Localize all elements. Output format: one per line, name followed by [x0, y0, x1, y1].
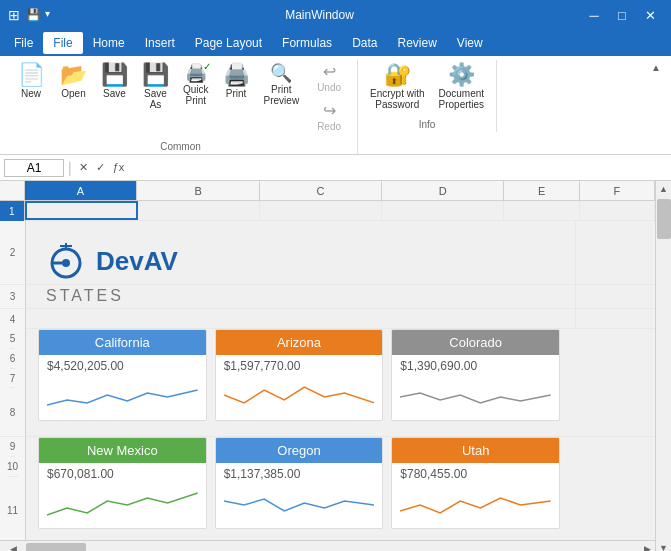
states-heading: STATES: [46, 287, 124, 304]
column-headers: A B C D E F: [0, 181, 655, 201]
menu-extra[interactable]: View: [447, 32, 493, 54]
card-value-colorado: $1,390,690.00: [400, 359, 551, 373]
print-button[interactable]: 🖨️ Print: [217, 60, 256, 103]
encrypt-button[interactable]: 🔐 Encrypt withPassword: [364, 60, 430, 114]
cards-row-1: California $4,520,205.00 Arizona: [26, 329, 572, 436]
menu-view[interactable]: Review: [387, 32, 446, 54]
card-name-newmexico: New Mexico: [39, 438, 206, 463]
sheet-container: A B C D E F 1 2: [0, 181, 655, 551]
chart-oregon: [224, 483, 375, 523]
table-row: 3 STATES: [0, 285, 655, 309]
row-num-5-8: 5 6 7 8: [0, 329, 26, 436]
list-item: Colorado $1,390,690.00: [391, 329, 560, 421]
redo-button[interactable]: ↪ Redo: [311, 99, 347, 136]
quick-print-label: QuickPrint: [183, 84, 209, 106]
ribbon-collapse-button[interactable]: ▲: [645, 60, 667, 75]
cell-reference-input[interactable]: [4, 159, 64, 177]
cancel-formula-icon[interactable]: ✕: [76, 161, 91, 174]
undo-icon: ↩: [323, 64, 336, 80]
minimize-button[interactable]: ─: [581, 5, 607, 25]
row-num-2[interactable]: 2: [0, 221, 26, 284]
insert-function-icon[interactable]: ƒx: [110, 161, 128, 174]
new-button[interactable]: 📄 New: [10, 60, 52, 103]
menu-file[interactable]: File: [4, 32, 43, 54]
menu-page-layout[interactable]: Insert: [135, 32, 185, 54]
list-item: Utah $780,455.00: [391, 437, 560, 529]
qa-dropdown[interactable]: ▾: [45, 8, 50, 22]
vertical-scrollbar: ▲ ▼: [655, 181, 671, 551]
menu-review[interactable]: Data: [342, 32, 387, 54]
undo-button[interactable]: ↩ Undo: [311, 60, 347, 97]
card-name-california: California: [39, 330, 206, 355]
quick-access-bar: 💾 ▾: [26, 8, 50, 22]
row-num-1[interactable]: 1: [0, 201, 25, 221]
cell-a4[interactable]: [26, 309, 576, 328]
redo-icon: ↪: [323, 103, 336, 119]
logo-svg: [46, 241, 96, 281]
logo-text: DevAV: [96, 246, 178, 277]
common-group-label: Common: [160, 138, 201, 152]
v-scroll-up[interactable]: ▲: [656, 181, 671, 197]
quick-print-button[interactable]: 🖨️✓ QuickPrint: [177, 60, 215, 110]
cell-b1[interactable]: [138, 201, 260, 220]
formula-bar: | ✕ ✓ ƒx: [0, 155, 671, 181]
col-header-b[interactable]: B: [137, 181, 259, 200]
info-group-label: Info: [419, 116, 436, 130]
v-scroll-down[interactable]: ▼: [656, 540, 671, 551]
h-scroll-left[interactable]: ◀: [0, 541, 26, 552]
formula-input[interactable]: [131, 161, 667, 175]
table-row: 2 DevAV: [0, 221, 655, 285]
cell-a3[interactable]: STATES: [26, 285, 576, 308]
h-scroll-track[interactable]: [26, 541, 639, 552]
print-preview-icon: 🔍: [270, 64, 292, 82]
col-header-d[interactable]: D: [382, 181, 504, 200]
cell-a1[interactable]: [25, 201, 138, 220]
col-header-a[interactable]: A: [25, 181, 138, 200]
save-as-button[interactable]: 💾 SaveAs: [136, 60, 175, 114]
ribbon: 📄 New 📂 Open 💾 Save 💾 SaveAs 🖨: [0, 56, 671, 155]
print-preview-button[interactable]: 🔍 PrintPreview: [258, 60, 306, 110]
undo-label: Undo: [317, 82, 341, 93]
print-icon: 🖨️: [223, 64, 250, 86]
doc-props-icon: ⚙️: [448, 64, 475, 86]
h-scroll-thumb[interactable]: [26, 543, 86, 552]
menu-insert[interactable]: Home: [83, 32, 135, 54]
chart-california: [47, 375, 198, 415]
save-icon: 💾: [101, 64, 128, 86]
open-button[interactable]: 📂 Open: [54, 60, 93, 103]
menu-data[interactable]: Formulas: [272, 32, 342, 54]
v-scroll-thumb[interactable]: [657, 199, 671, 239]
confirm-formula-icon[interactable]: ✓: [93, 161, 108, 174]
open-icon: 📂: [60, 64, 87, 86]
save-button[interactable]: 💾 Save: [95, 60, 134, 103]
col-header-c[interactable]: C: [260, 181, 382, 200]
card-value-oregon: $1,137,385.00: [224, 467, 375, 481]
cell-e1[interactable]: [504, 201, 579, 220]
h-scroll-right[interactable]: ▶: [639, 541, 655, 552]
cell-a2[interactable]: DevAV: [26, 221, 576, 284]
open-label: Open: [61, 88, 85, 99]
table-row: 9 10 11 New Mexico $670,081.00: [0, 437, 655, 540]
row-num-3[interactable]: 3: [0, 285, 26, 308]
qa-save[interactable]: 💾: [26, 8, 41, 22]
formula-icons: ✕ ✓ ƒx: [76, 161, 128, 174]
save-label: Save: [103, 88, 126, 99]
v-scroll-track[interactable]: [656, 197, 671, 540]
new-label: New: [21, 88, 41, 99]
menu-home[interactable]: File: [43, 32, 82, 54]
print-label: Print: [226, 88, 247, 99]
col-header-f[interactable]: F: [580, 181, 655, 200]
cell-c1[interactable]: [260, 201, 382, 220]
cell-d1[interactable]: [382, 201, 504, 220]
maximize-button[interactable]: □: [609, 5, 635, 25]
cell-f1[interactable]: [580, 201, 655, 220]
close-button[interactable]: ✕: [637, 5, 663, 25]
doc-props-button[interactable]: ⚙️ DocumentProperties: [433, 60, 491, 114]
corner-header: [0, 181, 25, 200]
list-item: Arizona $1,597,770.00: [215, 329, 384, 421]
col-header-e[interactable]: E: [504, 181, 579, 200]
save-as-icon: 💾: [142, 64, 169, 86]
encrypt-icon: 🔐: [384, 64, 411, 86]
menu-formulas[interactable]: Page Layout: [185, 32, 272, 54]
row-num-4[interactable]: 4: [0, 309, 26, 329]
